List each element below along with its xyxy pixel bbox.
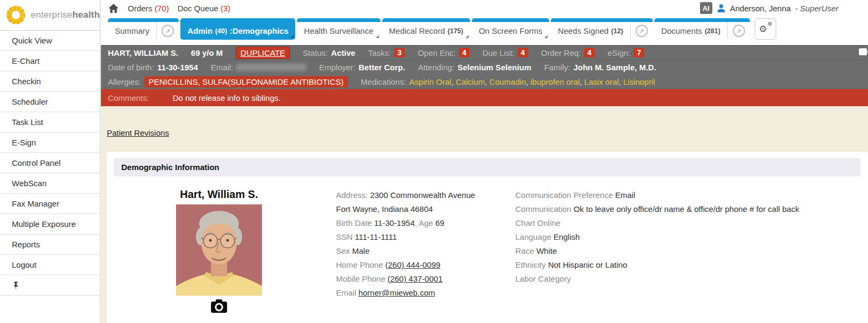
update-photo-button[interactable] xyxy=(210,299,228,315)
communication-label: Communication xyxy=(515,204,571,214)
tasks-count-badge[interactable]: 3 xyxy=(394,48,405,57)
patient-revisions-link[interactable]: Patient Revisions xyxy=(107,128,169,137)
medication-link[interactable]: ibuprofen oral xyxy=(530,77,580,86)
comments-bar: Comments: Do not release info to sibling… xyxy=(101,89,868,106)
tab-documents[interactable]: Documents (281) ↗ xyxy=(654,18,750,40)
open-enc-label: Open Enc: xyxy=(418,48,456,57)
esign-label: eSign: xyxy=(608,48,631,57)
address-row: Address: 2300 Commonwealth Avenue xyxy=(336,188,498,202)
tab-on-screen-forms[interactable]: On Screen Forms xyxy=(472,18,549,40)
duplicate-badge[interactable]: DUPLICATE xyxy=(236,47,290,59)
orders-count: (70) xyxy=(155,4,169,13)
communication-preference-row: Communication Preference Email xyxy=(515,188,868,202)
main-area: Orders (70) Doc Queue (3) AI Anderson, J… xyxy=(101,0,868,323)
esign-count-badge[interactable]: 7 xyxy=(633,48,644,57)
medication-link[interactable]: Aspirin Oral xyxy=(409,77,451,86)
sex-row: Sex Male xyxy=(336,244,498,258)
home-phone-link[interactable]: (260) 444-0099 xyxy=(385,260,441,269)
sidebar-item-task-list[interactable]: Task List xyxy=(0,112,100,133)
sidebar-pin-toggle[interactable] xyxy=(0,275,100,296)
dob-value: 11-30-1954 xyxy=(157,63,198,72)
tab-needs-signed-label: Needs Signed xyxy=(558,26,608,35)
race-label: Race xyxy=(515,246,534,255)
brand-name: enterprisehealth xyxy=(31,10,100,20)
orders-label: Orders xyxy=(128,4,152,13)
tab-summary-popout[interactable]: ↗ xyxy=(156,22,179,40)
doc-queue-link[interactable]: Doc Queue (3) xyxy=(178,4,230,13)
tab-medical-record-label: Medical Record xyxy=(389,26,445,35)
medication-link[interactable]: Lisinopril xyxy=(623,77,655,86)
home-icon[interactable] xyxy=(108,3,119,13)
tab-needs-signed-popout[interactable]: ↗ xyxy=(630,22,653,40)
orders-link[interactable]: Orders (70) xyxy=(128,4,169,13)
sidebar-item-quick-view[interactable]: Quick View xyxy=(0,31,100,51)
patient-photo xyxy=(176,204,262,296)
video-camera-icon[interactable] xyxy=(859,47,868,58)
sidebar-item-scheduler[interactable]: Scheduler xyxy=(0,92,100,112)
tab-documents-popout[interactable]: ↗ xyxy=(727,22,750,40)
order-req-count-badge[interactable]: 4 xyxy=(584,48,595,57)
sidebar-item-e-sign[interactable]: E-Sign xyxy=(0,133,100,153)
chart-online-label: Chart Online xyxy=(515,218,560,227)
allergies-badge[interactable]: PENICILLINS, SULFA(SULFONAMIDE ANTIBIOTI… xyxy=(144,76,348,87)
user-name[interactable]: Anderson, Jenna xyxy=(730,4,791,13)
medication-link[interactable]: Calcium xyxy=(456,77,485,86)
mobile-phone-link[interactable]: (260) 437-0001 xyxy=(388,274,443,283)
due-list-count-badge[interactable]: 4 xyxy=(517,48,528,57)
pushpin-icon xyxy=(12,281,20,290)
tab-summary[interactable]: Summary ↗ xyxy=(108,18,179,40)
chart-online-row: Chart Online xyxy=(515,216,868,230)
ethnicity-label: Ethnicity xyxy=(515,260,546,269)
tab-medical-record[interactable]: Medical Record (175) xyxy=(382,18,470,40)
sex-value: Male xyxy=(352,246,370,255)
employer-value: Better Corp. xyxy=(359,63,405,72)
gear-small-icon: ⚙ xyxy=(768,21,772,27)
medication-link[interactable]: Lasix oral xyxy=(584,77,618,86)
ssn-label: SSN xyxy=(336,232,353,241)
address-line1: 2300 Commonwealth Avenue xyxy=(370,190,475,200)
patient-email-redacted xyxy=(236,64,306,71)
sunflower-logo-icon xyxy=(5,3,26,27)
labor-category-row: Labor Category xyxy=(515,272,868,286)
brand-logo: enterprisehealth xyxy=(0,0,100,31)
patient-banner-row1: HART, WILLIAM S. 69 y/o M DUPLICATE Stat… xyxy=(101,46,868,60)
sidebar-item-webscan[interactable]: WebScan xyxy=(0,173,100,194)
user-zone: AI Anderson, Jenna - SuperUser xyxy=(700,2,838,14)
sidebar-item-control-panel[interactable]: Control Panel xyxy=(0,153,100,173)
tab-summary-label: Summary xyxy=(115,26,149,35)
tab-admin-demographics[interactable]: Admin(40):Demographics xyxy=(180,18,295,40)
external-link-icon: ↗ xyxy=(733,25,745,37)
ai-badge[interactable]: AI xyxy=(700,2,712,14)
family-value: John M. Sample, M.D. xyxy=(573,63,656,72)
user-icon xyxy=(717,4,726,13)
sidebar-item-logout[interactable]: Logout xyxy=(0,255,100,275)
sidebar-item-multiple-exposure[interactable]: Multiple Exposure xyxy=(0,214,100,234)
labor-category-label: Labor Category xyxy=(515,274,571,283)
open-enc-count-badge[interactable]: 4 xyxy=(459,48,470,57)
tasks-label: Tasks: xyxy=(368,48,391,57)
top-bar: Orders (70) Doc Queue (3) AI Anderson, J… xyxy=(101,0,868,16)
tab-needs-signed[interactable]: Needs Signed (12) ↗ xyxy=(551,18,652,40)
tab-health-surveillance[interactable]: Health Surveillance xyxy=(297,18,380,40)
external-link-icon: ↗ xyxy=(636,25,648,37)
medication-link[interactable]: Coumadin xyxy=(490,77,526,86)
sidebar-item-reports[interactable]: Reports xyxy=(0,234,100,255)
ssn-row: SSN 111-11-1111 xyxy=(336,230,498,244)
sidebar-item-fax-manager[interactable]: Fax Manager xyxy=(0,194,100,214)
demographics-right-column: Communication Preference Email Communica… xyxy=(515,188,868,315)
email-link[interactable]: horner@mieweb.com xyxy=(359,288,435,297)
age-value: 69 xyxy=(435,218,444,227)
birth-date-value: 11-30-1954 xyxy=(374,218,415,227)
medications-label: Medications: xyxy=(361,77,406,86)
ssn-value: 111-11-1111 xyxy=(355,232,397,241)
tab-documents-label: Documents xyxy=(661,26,702,35)
panel-body: Hart, William S. xyxy=(114,177,868,315)
sidebar-item-checkin[interactable]: Checkin xyxy=(0,71,100,92)
tab-admin-count: (40) xyxy=(215,27,227,35)
tab-settings-button[interactable]: ⚙ ⚙ xyxy=(755,18,776,40)
status-label: Status: xyxy=(303,48,328,57)
communication-row: Communication Ok to leave only office/dr… xyxy=(515,202,868,216)
due-list-label: Due List: xyxy=(483,48,514,57)
sidebar-item-e-chart[interactable]: E-Chart xyxy=(0,51,100,71)
patient-photo-column: Hart, William S. xyxy=(173,188,265,315)
